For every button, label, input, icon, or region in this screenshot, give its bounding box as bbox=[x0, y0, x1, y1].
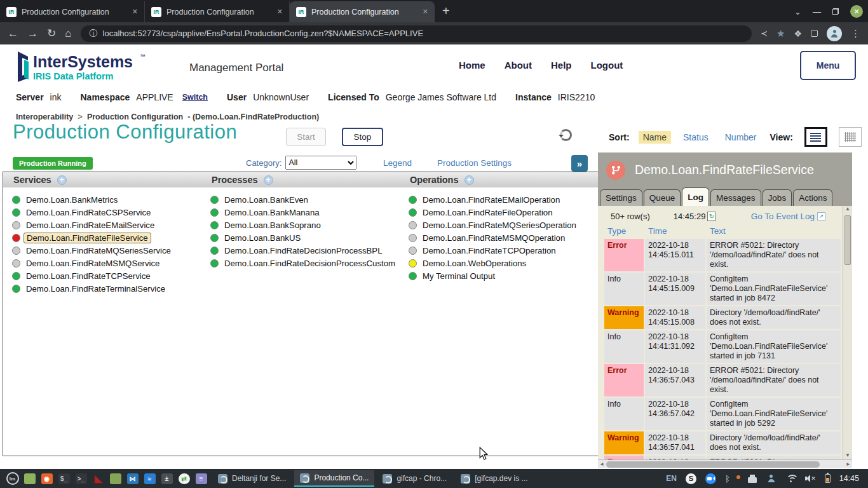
tab-close-icon[interactable]: ✕ bbox=[277, 8, 283, 16]
tab-search-icon[interactable]: ⌄ bbox=[794, 7, 801, 17]
browser-tab[interactable]: IRProduction Configuration✕ bbox=[145, 1, 290, 22]
panel-tab-actions[interactable]: Actions bbox=[793, 189, 832, 206]
sort-option-name[interactable]: Name bbox=[639, 131, 671, 144]
log-row[interactable]: Info2022-10-1814:45:15.009ConfigItem 'De… bbox=[604, 273, 841, 305]
config-item[interactable]: Demo.Loan.BankUS bbox=[210, 231, 400, 244]
panel-vertical-scrollbar[interactable]: ▲▼ bbox=[843, 206, 852, 459]
add-item-button[interactable]: + bbox=[57, 175, 67, 185]
vertical-scroll-thumb[interactable] bbox=[844, 215, 851, 265]
config-item[interactable]: Demo.Loan.BankSoprano bbox=[210, 219, 400, 231]
scroll-down-icon[interactable]: ▼ bbox=[843, 452, 852, 458]
menu-button[interactable]: Menu bbox=[800, 51, 856, 80]
log-row[interactable]: Info2022-10-1814:41:31.092ConfigItem 'De… bbox=[604, 330, 841, 363]
config-item[interactable]: Demo.Loan.FindRateTCPService bbox=[12, 269, 201, 282]
sidebar-icon[interactable] bbox=[811, 30, 818, 37]
calculator-icon[interactable]: ± bbox=[158, 471, 175, 486]
config-item[interactable]: Demo.Loan.FindRateCSPService bbox=[12, 206, 201, 219]
minimize-icon[interactable]: — bbox=[813, 7, 821, 17]
expand-panel-button[interactable]: » bbox=[571, 155, 588, 172]
browser-menu-icon[interactable]: ⋮ bbox=[851, 28, 860, 39]
studio-icon[interactable]: ◣ bbox=[90, 471, 107, 486]
config-item[interactable]: Demo.Loan.FindRateFileService bbox=[12, 231, 201, 244]
scroll-left-icon[interactable]: ◄ bbox=[599, 461, 604, 467]
sort-option-number[interactable]: Number bbox=[721, 131, 761, 144]
taskbar-task[interactable]: gifcap - Chro... bbox=[377, 470, 452, 487]
vscode-icon[interactable]: ⋈ bbox=[124, 471, 141, 486]
new-tab-button[interactable]: + bbox=[442, 4, 450, 18]
restore-icon[interactable] bbox=[832, 8, 839, 15]
nav-link-about[interactable]: About bbox=[505, 60, 532, 71]
config-item[interactable]: Demo.Loan.FindRateMQSeriesService bbox=[12, 244, 201, 257]
category-select[interactable]: All bbox=[285, 156, 356, 170]
site-info-icon[interactable]: ⓘ bbox=[90, 28, 98, 39]
config-item[interactable]: Demo.Loan.FindRateMSMQService bbox=[12, 257, 201, 269]
home-icon[interactable]: ⌂ bbox=[65, 27, 71, 40]
add-item-button[interactable]: + bbox=[465, 175, 474, 185]
legend-link[interactable]: Legend bbox=[383, 158, 412, 168]
file-manager-icon[interactable] bbox=[107, 471, 124, 486]
production-settings-link[interactable]: Production Settings bbox=[437, 158, 512, 168]
config-item[interactable]: Demo.Loan.FindRateTerminalService bbox=[12, 282, 201, 295]
log-refresh-icon[interactable]: ↻ bbox=[707, 212, 715, 221]
panel-tab-settings[interactable]: Settings bbox=[600, 189, 642, 206]
nav-link-home[interactable]: Home bbox=[459, 60, 485, 71]
close-icon[interactable]: ✕ bbox=[850, 5, 863, 18]
log-row[interactable]: Error2022-10-1814:36:57.043ERROR #5021: … bbox=[604, 364, 841, 396]
add-item-button[interactable]: + bbox=[264, 175, 273, 185]
volume-muted-icon[interactable]: ✕ bbox=[805, 475, 816, 483]
start-button[interactable]: Start bbox=[286, 128, 326, 146]
share-icon[interactable]: ≺ bbox=[761, 29, 768, 38]
config-item[interactable]: Demo.Loan.FindRateDecisionProcessBPL bbox=[210, 244, 400, 257]
config-item[interactable]: Demo.Loan.BankEven bbox=[210, 193, 400, 206]
window-app-icon[interactable] bbox=[21, 471, 38, 486]
log-row[interactable]: Warning2022-10-1814:36:57.041Directory '… bbox=[604, 431, 841, 454]
config-item[interactable]: Demo.Loan.FindRateMSMQOperation bbox=[409, 231, 598, 244]
bookmark-star-icon[interactable]: ★ bbox=[776, 28, 785, 39]
s-app-tray-icon[interactable]: S bbox=[686, 473, 696, 484]
panel-tab-jobs[interactable]: Jobs bbox=[763, 189, 792, 206]
extensions-icon[interactable]: ❖ bbox=[794, 29, 802, 39]
config-item[interactable]: Demo.Loan.FindRateMQSeriesOperation bbox=[409, 219, 598, 231]
mint-menu-icon[interactable]: lm bbox=[4, 471, 21, 486]
log-row[interactable]: Info2022-10-1814:36:57.042ConfigItem 'De… bbox=[604, 398, 841, 430]
taskbar-task[interactable]: Deltanji for Se... bbox=[212, 470, 292, 487]
forward-icon[interactable]: → bbox=[27, 27, 38, 40]
config-item[interactable]: Demo.Loan.FindRateEMailOperation bbox=[409, 193, 598, 206]
log-row[interactable]: Error2022-10-1814:45:15.011ERROR #5021: … bbox=[604, 239, 841, 271]
wifi-icon[interactable] bbox=[786, 475, 796, 482]
language-indicator[interactable]: EN bbox=[666, 474, 677, 483]
tab-close-icon[interactable]: ✕ bbox=[423, 8, 428, 16]
panel-horizontal-scrollbar[interactable]: ◄► bbox=[598, 459, 852, 468]
view-list-button[interactable] bbox=[804, 127, 827, 147]
log-row[interactable]: Warning2022-10-1814:45:15.008Directory '… bbox=[604, 306, 841, 329]
printer-icon[interactable] bbox=[748, 477, 757, 483]
refresh-spinner-icon[interactable] bbox=[560, 129, 572, 141]
terminal-root-icon[interactable]: >_ bbox=[72, 471, 90, 486]
config-item[interactable]: My Terminal Output bbox=[409, 269, 598, 282]
browser-tab[interactable]: IRProduction Configuration✕ bbox=[0, 1, 145, 22]
config-item[interactable]: Demo.Loan.FindRateFileOperation bbox=[409, 206, 598, 219]
user-tray-icon[interactable] bbox=[766, 473, 777, 484]
config-item[interactable]: Demo.Loan.BankMetrics bbox=[12, 193, 201, 206]
config-item[interactable]: Demo.Loan.FindRateEMailService bbox=[12, 219, 201, 231]
config-item[interactable]: Demo.Loan.BankManana bbox=[210, 206, 400, 219]
notes-app-icon[interactable]: ≡ bbox=[193, 471, 210, 486]
sort-option-status[interactable]: Status bbox=[679, 131, 713, 144]
config-item[interactable]: Demo.Loan.FindRateDecisionProcessCustom bbox=[210, 257, 400, 269]
orange-app-icon[interactable]: ◉ bbox=[38, 471, 55, 486]
terminal-icon[interactable]: $_ bbox=[55, 471, 72, 486]
profile-avatar[interactable] bbox=[827, 26, 842, 41]
event-log-link[interactable]: Go To Event Log ↗ bbox=[751, 212, 825, 221]
view-grid-button[interactable] bbox=[839, 127, 862, 147]
breadcrumb-root[interactable]: Interoperability bbox=[16, 112, 73, 121]
battery-icon[interactable] bbox=[825, 474, 831, 483]
address-bar[interactable]: ⓘ localhost:52773/csp/applive/EnsPortal.… bbox=[81, 25, 752, 42]
stop-button[interactable]: Stop bbox=[342, 128, 383, 146]
scroll-right-icon[interactable]: ► bbox=[846, 461, 851, 467]
reload-icon[interactable]: ↻ bbox=[47, 27, 56, 40]
tab-close-icon[interactable]: ✕ bbox=[132, 8, 138, 16]
nav-link-help[interactable]: Help bbox=[551, 60, 572, 71]
taskbar-task[interactable]: Production Co... bbox=[294, 470, 374, 487]
nav-link-logout[interactable]: Logout bbox=[591, 60, 623, 71]
taskbar-task[interactable]: [gifcap.dev is ... bbox=[455, 470, 533, 487]
